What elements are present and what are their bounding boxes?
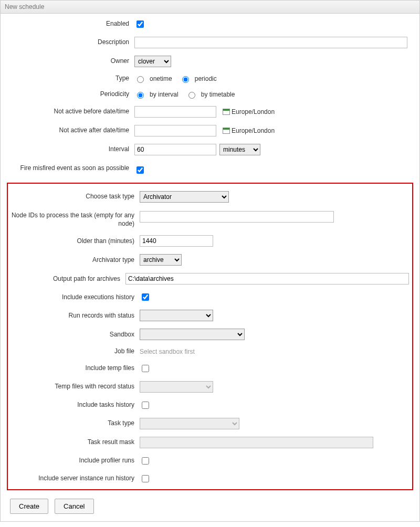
- label-task-result-mask: Task result mask: [11, 438, 140, 447]
- radio-onetime-label: onetime: [150, 75, 172, 82]
- not-before-input[interactable]: [134, 106, 216, 118]
- label-enabled: Enabled: [6, 20, 134, 28]
- label-task-type: Task type: [11, 419, 140, 428]
- label-archivator-type: Archivator type: [11, 256, 140, 265]
- label-fire-misfired: Fire misfired event as soon as possible: [6, 163, 134, 172]
- radio-onetime[interactable]: [137, 76, 144, 83]
- interval-input[interactable]: [134, 144, 216, 155]
- label-periodicity: Periodicity: [6, 90, 134, 99]
- label-include-exec-history: Include executions history: [11, 293, 140, 302]
- label-output-path: Output path for archives: [11, 275, 125, 283]
- label-type: Type: [6, 75, 134, 83]
- page-title: New schedule: [1, 1, 419, 14]
- inner-task-type-select: [140, 418, 239, 429]
- label-interval: Interval: [6, 145, 134, 154]
- include-profiler-checkbox[interactable]: [142, 457, 149, 465]
- label-node-ids: Node IDs to process the task (empty for …: [11, 210, 140, 228]
- label-job-file: Job file: [11, 347, 140, 356]
- enabled-checkbox[interactable]: [136, 20, 144, 28]
- label-description: Description: [6, 38, 134, 47]
- timezone-not-before: Europe/London: [232, 108, 275, 115]
- calendar-icon[interactable]: [223, 128, 230, 134]
- interval-unit-select[interactable]: minutes: [219, 144, 260, 155]
- include-tasks-history-checkbox[interactable]: [142, 402, 149, 409]
- task-result-mask-input: [140, 437, 373, 448]
- archivator-type-select[interactable]: archive: [140, 254, 182, 266]
- label-include-tasks-history: Include tasks history: [11, 401, 140, 409]
- fire-misfired-checkbox[interactable]: [136, 166, 144, 174]
- include-exec-history-checkbox[interactable]: [142, 293, 149, 301]
- radio-by-interval[interactable]: [137, 92, 144, 99]
- include-server-history-checkbox[interactable]: [142, 475, 149, 482]
- description-input[interactable]: [134, 37, 407, 48]
- timezone-not-after: Europe/London: [232, 127, 275, 134]
- label-not-before: Not active before date/time: [6, 108, 134, 116]
- label-include-server-history: Include server instance run history: [11, 475, 140, 483]
- node-ids-input[interactable]: [140, 211, 334, 223]
- include-temp-checkbox[interactable]: [142, 365, 149, 372]
- label-temp-files-status: Temp files with record status: [11, 383, 140, 391]
- create-button[interactable]: Create: [10, 499, 48, 514]
- label-include-profiler: Include profiler runs: [11, 457, 140, 465]
- task-type-select[interactable]: Archivator: [140, 191, 229, 203]
- label-run-records-status: Run records with status: [11, 312, 140, 320]
- label-owner: Owner: [6, 57, 134, 66]
- task-config-section: Choose task type Archivator Node IDs to …: [7, 183, 413, 490]
- run-records-status-select[interactable]: [140, 310, 213, 321]
- older-than-input[interactable]: [140, 235, 213, 247]
- label-choose-task-type: Choose task type: [11, 193, 140, 201]
- label-sandbox: Sandbox: [11, 331, 140, 339]
- sandbox-select[interactable]: [140, 329, 245, 340]
- radio-periodic-label: periodic: [195, 75, 217, 82]
- label-include-temp: Include temp files: [11, 364, 140, 373]
- not-after-input[interactable]: [134, 125, 216, 136]
- cancel-button[interactable]: Cancel: [55, 499, 93, 514]
- radio-by-timetable[interactable]: [188, 92, 195, 99]
- label-older-than: Older than (minutes): [11, 237, 140, 246]
- radio-by-timetable-label: by timetable: [201, 91, 235, 98]
- job-file-hint: Select sandbox first: [140, 348, 195, 355]
- output-path-input[interactable]: [125, 273, 409, 284]
- radio-periodic[interactable]: [182, 76, 189, 83]
- owner-select[interactable]: clover: [134, 56, 171, 67]
- label-not-after: Not active after date/time: [6, 127, 134, 135]
- schedule-form: New schedule Enabled Description Owner c…: [0, 0, 420, 522]
- temp-files-status-select: [140, 381, 213, 393]
- radio-by-interval-label: by interval: [150, 91, 178, 98]
- calendar-icon[interactable]: [223, 109, 230, 115]
